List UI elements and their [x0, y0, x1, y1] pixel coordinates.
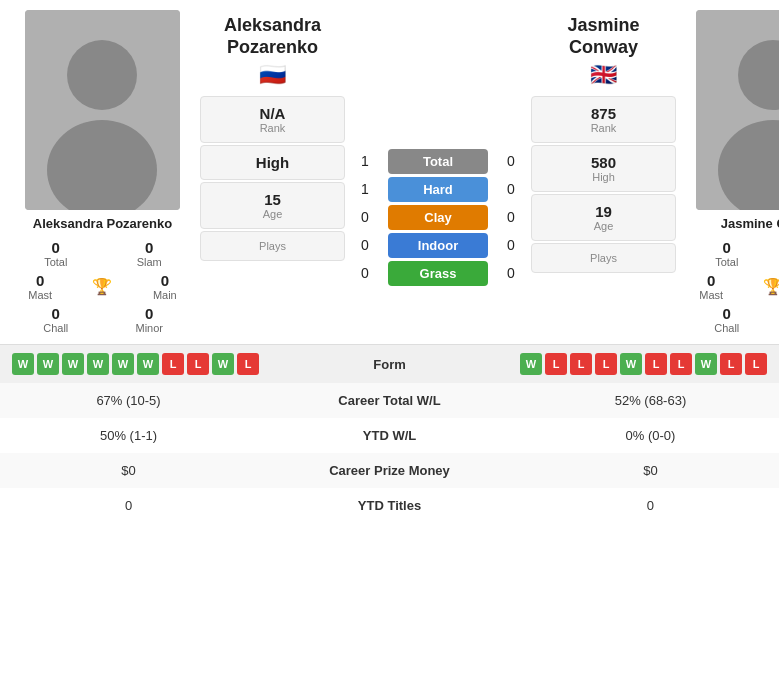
- p1-indoor-score: 0: [350, 237, 380, 253]
- player2-chall-label: Chall: [714, 322, 739, 334]
- indoor-badge: Indoor: [388, 233, 488, 258]
- clay-badge: Clay: [388, 205, 488, 230]
- p1-grass-score: 0: [350, 265, 380, 281]
- player2-rank-label: Rank: [536, 122, 671, 134]
- player2-form-badges: WLLLWLLWLL: [520, 353, 767, 375]
- indoor-row: 0 Indoor 0: [350, 233, 526, 258]
- stat-p1-value: 67% (10-5): [0, 383, 257, 418]
- player1-name: Aleksandra Pozarenko: [33, 216, 172, 231]
- form-badge-l: L: [645, 353, 667, 375]
- player2-rank-value: 875: [536, 105, 671, 122]
- player2-total-value: 0: [723, 239, 731, 256]
- total-row: 1 Total 0: [350, 149, 526, 174]
- grass-badge: Grass: [388, 261, 488, 286]
- hard-badge: Hard: [388, 177, 488, 202]
- player2-chall-minor-row: 0 Chall 0 Minor: [681, 305, 779, 334]
- form-badge-l: L: [745, 353, 767, 375]
- player1-slam-cell: 0 Slam: [104, 239, 196, 268]
- player2-total-cell: 0 Total: [681, 239, 773, 268]
- trophy-icon: 🏆: [92, 279, 112, 295]
- player1-rank-value: N/A: [205, 105, 340, 122]
- form-badge-l: L: [237, 353, 259, 375]
- form-label: Form: [373, 357, 406, 372]
- p2-clay-score: 0: [496, 209, 526, 225]
- player1-main-value: 0: [161, 272, 169, 289]
- form-badge-l: L: [670, 353, 692, 375]
- player2-mast-cell: 0 Mast: [681, 272, 741, 301]
- hard-row: 1 Hard 0: [350, 177, 526, 202]
- player1-chall-minor-row: 0 Chall 0 Minor: [10, 305, 195, 334]
- player1-total-value: 0: [52, 239, 60, 256]
- player2-chall-cell: 0 Chall: [681, 305, 773, 334]
- player1-plays-label: Plays: [205, 240, 340, 252]
- stat-p1-value: 50% (1-1): [0, 418, 257, 453]
- player1-chall-label: Chall: [43, 322, 68, 334]
- player1-chall-value: 0: [52, 305, 60, 322]
- form-badge-l: L: [187, 353, 209, 375]
- form-badge-l: L: [570, 353, 592, 375]
- player2-mid-panel: JasmineConway 🇬🇧 875 Rank 580 High 19 Ag…: [531, 10, 676, 334]
- p1-total-score: 1: [350, 153, 380, 169]
- player1-slam-label: Slam: [137, 256, 162, 268]
- stat-label: YTD Titles: [257, 488, 522, 523]
- player1-age-label: Age: [205, 208, 340, 220]
- player2-mast-label: Mast: [699, 289, 723, 301]
- player2-chall-value: 0: [723, 305, 731, 322]
- stat-p2-value: 52% (68-63): [522, 383, 779, 418]
- form-badge-w: W: [212, 353, 234, 375]
- form-badge-l: L: [720, 353, 742, 375]
- player2-age-label: Age: [536, 220, 671, 232]
- player1-high-value: High: [205, 154, 340, 171]
- player2-name-row: JasmineConway 🇬🇧: [567, 10, 639, 88]
- player1-main-cell: 0 Main: [135, 272, 195, 301]
- form-badge-w: W: [62, 353, 84, 375]
- stats-row: 0 YTD Titles 0: [0, 488, 779, 523]
- player2-stats: 0 Total 0 Slam: [681, 239, 779, 268]
- player2-high-label: High: [536, 171, 671, 183]
- player1-slam-value: 0: [145, 239, 153, 256]
- player2-name: Jasmine Conway: [721, 216, 779, 231]
- player1-trophy-row: 0 Mast 🏆 0 Main: [10, 272, 195, 301]
- svg-point-1: [67, 40, 137, 110]
- player2-plays-label: Plays: [536, 252, 671, 264]
- player1-minor-label: Minor: [135, 322, 163, 334]
- player2-slam-cell: 0 Slam: [775, 239, 780, 268]
- player1-mast-cell: 0 Mast: [10, 272, 70, 301]
- player2-high-box: 580 High: [531, 145, 676, 192]
- player1-total-cell: 0 Total: [10, 239, 102, 268]
- player2-total-label: Total: [715, 256, 738, 268]
- player1-high-box: High: [200, 145, 345, 180]
- player2-flag: 🇬🇧: [590, 62, 617, 88]
- stats-row: 50% (1-1) YTD W/L 0% (0-0): [0, 418, 779, 453]
- player2-trophy-row: 0 Mast 🏆 0 Main: [681, 272, 779, 301]
- player1-mast-value: 0: [36, 272, 44, 289]
- stat-p1-value: $0: [0, 453, 257, 488]
- stat-label: Career Total W/L: [257, 383, 522, 418]
- player1-title: AleksandraPozarenko: [224, 15, 321, 58]
- player1-rank-box: N/A Rank: [200, 96, 345, 143]
- player1-trophy-cell: 🏆: [72, 279, 132, 295]
- form-badge-w: W: [137, 353, 159, 375]
- player2-plays-box: Plays: [531, 243, 676, 273]
- player2-trophy-cell: 🏆: [743, 279, 779, 295]
- player1-rank-label: Rank: [205, 122, 340, 134]
- player2-minor-cell: 0 Minor: [775, 305, 780, 334]
- player1-card: Aleksandra Pozarenko 0 Total 0 Slam 0 Ma…: [10, 10, 195, 334]
- p2-total-score: 0: [496, 153, 526, 169]
- p2-grass-score: 0: [496, 265, 526, 281]
- grass-row: 0 Grass 0: [350, 261, 526, 286]
- stat-p1-value: 0: [0, 488, 257, 523]
- stat-p2-value: 0% (0-0): [522, 418, 779, 453]
- p2-hard-score: 0: [496, 181, 526, 197]
- player1-name-row: AleksandraPozarenko 🇷🇺: [224, 10, 321, 88]
- player2-age-box: 19 Age: [531, 194, 676, 241]
- player1-avatar: [25, 10, 180, 210]
- player2-rank-box: 875 Rank: [531, 96, 676, 143]
- form-badge-w: W: [37, 353, 59, 375]
- stats-row: $0 Career Prize Money $0: [0, 453, 779, 488]
- player1-total-label: Total: [44, 256, 67, 268]
- player1-form-badges: WWWWWWLLWL: [12, 353, 259, 375]
- player1-stats: 0 Total 0 Slam: [10, 239, 195, 268]
- player1-minor-value: 0: [145, 305, 153, 322]
- stat-label: Career Prize Money: [257, 453, 522, 488]
